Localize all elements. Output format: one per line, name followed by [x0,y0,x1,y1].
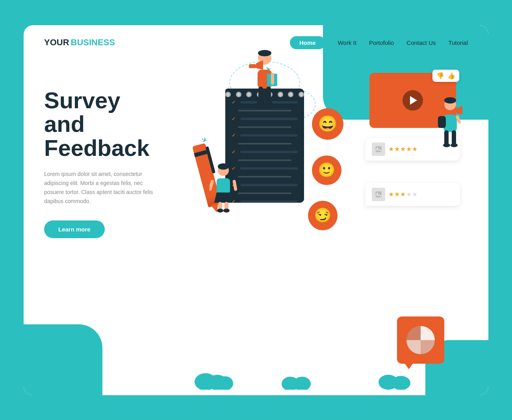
svg-point-7 [257,100,265,105]
line-bar [240,200,298,203]
check-icon: ✓ [232,149,237,155]
svg-rect-31 [438,116,446,128]
like-dislike-badge: 👎 👍 [432,70,459,82]
illustration-area: ✈ ✈ [178,65,468,395]
line-bar [240,184,298,186]
spiral-ring [288,92,293,97]
review-stars-2: ★★★★★ [388,191,418,198]
checklist-row: ✓ [232,133,298,138]
line-divider [238,143,291,144]
speech-bubble-tail [405,364,413,369]
emoji-happy: 😄 [312,108,343,140]
svg-point-24 [377,192,378,194]
logo-your: YOUR [44,37,69,48]
line-bar [240,151,298,153]
hero-description: Lorem ipsum dolor sit amet, consectetur … [44,170,154,206]
svg-rect-2 [249,64,256,68]
figure-right [432,96,468,161]
spiral-ring [236,92,241,97]
nav-tutorial-link[interactable]: Tutorial [449,39,468,46]
svg-point-34 [443,143,450,147]
svg-rect-23 [376,191,382,197]
figure-megaphone [245,49,284,118]
svg-point-27 [444,97,456,104]
figure-woman [210,163,237,216]
review-image-1 [372,142,385,156]
svg-marker-14 [214,192,232,203]
svg-point-8 [265,100,273,105]
checklist-row: ✓ [232,166,298,171]
page-title: Survey and Feedback [44,89,178,161]
nav-links: Home Work It Portofolio Contact Us Tutor… [290,36,468,49]
bush-left [194,366,233,391]
svg-point-35 [451,143,458,147]
svg-rect-32 [444,130,449,145]
navbar: YOUR BUSINESS Home Work It Portofolio Co… [24,25,488,57]
svg-point-17 [217,209,223,213]
play-button[interactable] [403,90,423,111]
line-divider [238,159,291,161]
check-icon: ✓ [232,100,237,105]
like-icon: 👍 [447,72,455,80]
svg-rect-10 [271,73,274,85]
line-divider [238,126,291,128]
svg-rect-20 [232,179,237,191]
svg-marker-29 [456,106,462,115]
checklist-row: ✓ [232,199,298,204]
review-image-2 [372,188,385,201]
left-panel: Survey and Feedback Lorem ipsum dolor si… [44,65,178,395]
check-icon: ✓ [232,133,237,138]
line-bar [240,134,298,137]
svg-point-18 [223,209,230,213]
nav-home-button[interactable]: Home [290,36,325,49]
emoji-smile: 🙂 [312,155,341,185]
nav-work-it-link[interactable]: Work It [338,39,356,46]
logo: YOUR BUSINESS [44,37,115,48]
main-content: Survey and Feedback Lorem ipsum dolor si… [24,57,488,395]
pie-chart-card [397,316,444,364]
svg-rect-33 [452,130,456,145]
stars-icon-full: ★★★★★ [388,146,418,152]
nav-portfolio-link[interactable]: Portofolio [369,39,394,46]
play-icon [410,96,417,105]
spiral-ring [225,92,231,97]
line-bar [240,118,298,120]
svg-rect-19 [210,179,214,191]
svg-point-43 [391,376,410,390]
bush-right [377,368,413,391]
nav-contact-us-link[interactable]: Contact Us [406,39,436,46]
line-divider [238,192,291,194]
svg-rect-13 [217,178,230,194]
learn-more-button[interactable]: Learn more [44,220,105,238]
logo-business: BUSINESS [71,37,115,48]
stars-icon-partial: ★★★★★ [388,191,418,198]
emoji-meh: 😏 [308,201,338,230]
bush-mid [280,370,312,391]
checklist-row: ✓ [232,149,298,155]
svg-point-22 [377,147,378,148]
svg-rect-21 [376,146,382,152]
line-divider [238,176,291,178]
svg-point-12 [218,163,229,170]
dislike-icon: 👎 [436,72,444,80]
review-stars-1: ★★★★★ [388,145,418,153]
checklist-row: ✓ [232,182,298,188]
line-bar [240,167,298,170]
pen-band [194,150,208,157]
rating-bubble-2: ★★★★★ [365,183,460,206]
check-icon: ✓ [232,116,237,122]
spiral-ring [299,92,304,97]
